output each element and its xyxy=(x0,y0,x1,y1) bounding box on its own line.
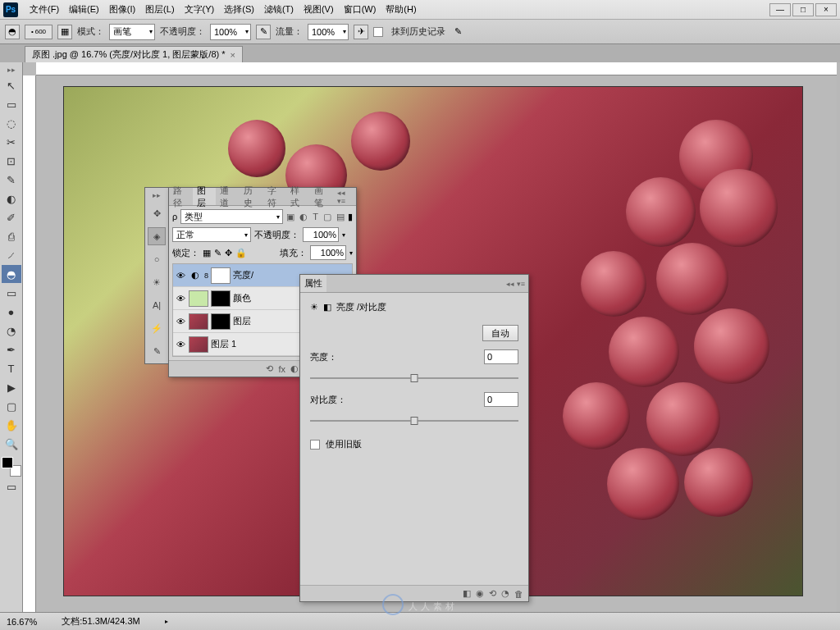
layer-filter-dropdown[interactable]: 类型 xyxy=(180,209,283,224)
filter-smart-icon[interactable]: ▤ xyxy=(336,212,345,222)
menu-layer[interactable]: 图层(L) xyxy=(140,3,179,16)
layer-thumb[interactable] xyxy=(189,336,208,353)
hand-tool[interactable]: ✋ xyxy=(2,416,21,434)
fill-input[interactable]: 100% xyxy=(310,245,346,260)
eyedropper-tool[interactable]: ✎ xyxy=(2,171,21,189)
document-tab-close[interactable]: × xyxy=(231,50,235,60)
screen-mode-icon[interactable]: ▭ xyxy=(2,477,21,495)
eraser-tool-icon[interactable]: ◓ xyxy=(5,25,20,39)
lock-paint-icon[interactable]: ✎ xyxy=(214,248,221,258)
blend-mode-dropdown[interactable]: 正常 xyxy=(172,227,251,242)
menu-select[interactable]: 选择(S) xyxy=(219,3,259,16)
layer-opacity-input[interactable]: 100% xyxy=(303,227,339,242)
menu-type[interactable]: 文字(Y) xyxy=(180,3,220,16)
zoom-level[interactable]: 16.67% xyxy=(7,617,37,627)
tab-properties[interactable]: 属性 xyxy=(300,275,326,292)
tab-styles[interactable]: 样式 xyxy=(286,188,310,205)
strip-icon-char[interactable]: A| xyxy=(148,296,166,314)
document-info[interactable]: 文档:51.3M/424.3M xyxy=(62,615,139,628)
layer-name[interactable]: 颜色 xyxy=(233,292,251,304)
filter-shape-icon[interactable]: ▢ xyxy=(323,212,331,222)
menu-help[interactable]: 帮助(H) xyxy=(381,3,421,16)
zoom-tool[interactable]: 🔍 xyxy=(2,435,21,453)
marquee-tool[interactable]: ▭ xyxy=(2,95,21,113)
legacy-checkbox[interactable] xyxy=(310,440,320,450)
crop-tool[interactable]: ⊡ xyxy=(2,152,21,170)
tab-brush[interactable]: 画笔 xyxy=(310,188,334,205)
filter-type-icon[interactable]: T xyxy=(313,212,318,221)
menu-window[interactable]: 窗口(W) xyxy=(339,3,381,16)
filter-pixel-icon[interactable]: ▣ xyxy=(286,212,294,222)
airbrush-icon[interactable]: ✈ xyxy=(354,25,368,39)
strip-collapse-icon[interactable]: ▸▸ xyxy=(153,191,161,199)
strip-icon-channels[interactable]: ○ xyxy=(148,250,166,268)
tab-history[interactable]: 历史 xyxy=(240,188,263,205)
opacity-dropdown[interactable]: 100% xyxy=(210,24,251,40)
visibility-icon[interactable]: 👁 xyxy=(175,317,186,326)
auto-button[interactable]: 自动 xyxy=(482,325,518,341)
delete-adjustment-icon[interactable]: 🗑 xyxy=(514,589,523,599)
move-tool[interactable]: ↖ xyxy=(2,76,21,94)
view-previous-icon[interactable]: ◉ xyxy=(476,588,484,599)
dodge-tool[interactable]: ◔ xyxy=(2,322,21,340)
brush-tool[interactable]: ✐ xyxy=(2,208,21,226)
tab-channels[interactable]: 通道 xyxy=(216,188,240,205)
toggle-visibility-icon[interactable]: ◔ xyxy=(501,588,509,599)
menu-file[interactable]: 文件(F) xyxy=(25,3,64,16)
color-swatches[interactable] xyxy=(2,457,21,477)
pen-tool[interactable]: ✒ xyxy=(2,340,21,358)
type-tool[interactable]: T xyxy=(2,359,21,377)
flow-dropdown[interactable]: 100% xyxy=(308,24,349,40)
document-tab[interactable]: 原图 .jpg @ 16.7% (亮度/对比度 1, 图层蒙版/8) * × xyxy=(25,46,243,62)
horizontal-ruler[interactable] xyxy=(36,62,837,75)
strip-icon-nav[interactable]: ✥ xyxy=(148,204,166,222)
contrast-input[interactable] xyxy=(484,392,518,407)
filter-adjust-icon[interactable]: ◐ xyxy=(299,212,308,222)
visibility-icon[interactable]: 👁 xyxy=(175,271,186,281)
filter-toggle-icon[interactable]: ▮ xyxy=(348,212,353,222)
healing-tool[interactable]: ◐ xyxy=(2,189,21,208)
layer-mask-thumb[interactable] xyxy=(211,290,231,307)
layer-name[interactable]: 图层 xyxy=(233,315,251,327)
erase-history-checkbox[interactable] xyxy=(373,27,383,37)
eraser-tool[interactable]: ◓ xyxy=(2,265,21,283)
tab-paths[interactable]: 路径 xyxy=(169,188,193,205)
layer-name[interactable]: 亮度/ xyxy=(233,269,253,281)
strip-icon-layers[interactable]: ◈ xyxy=(148,227,166,245)
magic-wand-tool[interactable]: ✂ xyxy=(2,133,21,151)
menu-filter[interactable]: 滤镜(T) xyxy=(259,3,299,16)
visibility-icon[interactable]: 👁 xyxy=(175,294,186,304)
layer-mask-icon[interactable]: ◐ xyxy=(290,363,299,374)
strip-icon-brush[interactable]: ✎ xyxy=(148,342,166,360)
lock-pos-icon[interactable]: ✥ xyxy=(225,248,232,258)
brush-preset-picker[interactable]: •600 xyxy=(25,25,52,39)
layer-thumb[interactable] xyxy=(189,290,208,307)
lasso-tool[interactable]: ◌ xyxy=(2,114,21,132)
mode-dropdown[interactable]: 画笔 xyxy=(109,24,155,40)
vertical-ruler[interactable] xyxy=(23,75,36,612)
panel-collapse-icon[interactable]: ◂◂ ▾≡ xyxy=(503,280,528,288)
menu-image[interactable]: 图像(I) xyxy=(104,3,140,16)
menu-edit[interactable]: 编辑(E) xyxy=(64,3,104,16)
layer-name[interactable]: 图层 1 xyxy=(211,338,236,350)
brightness-input[interactable] xyxy=(484,349,518,364)
path-select-tool[interactable]: ▶ xyxy=(2,378,21,396)
tab-layers[interactable]: 图层 xyxy=(193,188,217,205)
tablet-pressure-icon[interactable]: ✎ xyxy=(450,25,465,39)
stamp-tool[interactable]: ⎙ xyxy=(2,227,21,245)
menu-view[interactable]: 视图(V) xyxy=(299,3,339,16)
layer-mask-thumb[interactable] xyxy=(211,267,231,284)
close-button[interactable]: × xyxy=(815,3,837,16)
panel-collapse-icon[interactable]: ◂◂ ▾≡ xyxy=(334,189,356,205)
link-layers-icon[interactable]: ⟲ xyxy=(266,363,273,374)
strip-icon-actions[interactable]: ⚡ xyxy=(148,319,166,337)
strip-icon-adjust[interactable]: ☀ xyxy=(148,273,166,291)
clip-to-layer-icon[interactable]: ◧ xyxy=(463,588,471,599)
gradient-tool[interactable]: ▭ xyxy=(2,284,21,302)
visibility-icon[interactable]: 👁 xyxy=(175,340,186,349)
toolbox-collapse-icon[interactable]: ▸▸ xyxy=(7,66,16,74)
opacity-pressure-icon[interactable]: ✎ xyxy=(256,25,271,39)
brush-panel-toggle[interactable]: ▦ xyxy=(57,25,72,39)
history-brush-tool[interactable]: ⟋ xyxy=(2,246,21,264)
lock-all-icon[interactable]: 🔒 xyxy=(235,248,247,258)
